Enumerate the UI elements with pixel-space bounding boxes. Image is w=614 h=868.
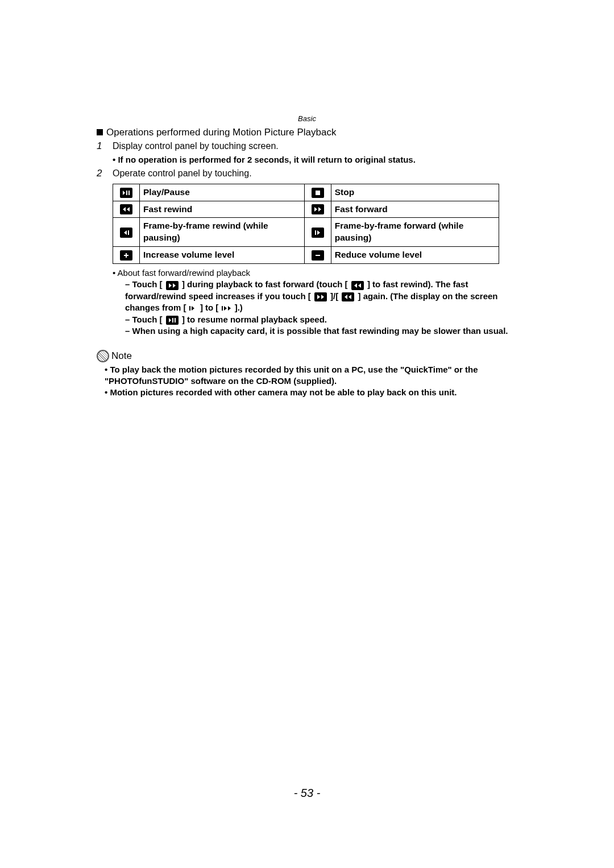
note-section: Note • To play back the motion pictures …	[97, 350, 517, 399]
stop-icon	[312, 188, 324, 198]
table-row: Frame-by-frame rewind (while pausing) Fr…	[113, 218, 499, 247]
ff-note-2: – Touch [ ] to resume normal playback sp…	[125, 314, 517, 325]
icon-cell	[304, 184, 331, 201]
title-text: Operations performed during Motion Pictu…	[106, 127, 336, 138]
icon-cell	[113, 184, 140, 201]
step-2-text: Operate control panel by touching.	[113, 167, 517, 180]
icon-cell	[304, 247, 331, 264]
step-1-num: 1	[97, 140, 113, 153]
ff-text: ] to [	[200, 303, 218, 312]
icon-cell	[304, 201, 331, 218]
control-panel-table: Play/Pause Stop Fast rewind Fast forward	[113, 184, 499, 264]
square-bullet-icon	[97, 129, 103, 135]
volume-up-icon	[120, 250, 132, 261]
note-bullet-2: • Motion pictures recorded with other ca…	[105, 387, 517, 398]
play-pause-label: Play/Pause	[140, 184, 305, 201]
svg-marker-27	[228, 306, 231, 311]
page-number: - 53 -	[0, 787, 614, 800]
frame-rewind-icon	[120, 228, 132, 238]
fast-rewind-icon	[351, 281, 364, 290]
icon-cell	[113, 201, 140, 218]
svg-rect-10	[315, 230, 316, 235]
note-header: Note	[97, 350, 517, 363]
svg-marker-26	[224, 306, 227, 311]
fast-rewind-label: Fast rewind	[140, 201, 305, 218]
ff-text: ] to resume normal playback speed.	[182, 315, 327, 324]
icon-cell	[304, 218, 331, 247]
stop-label: Stop	[331, 184, 499, 201]
svg-rect-14	[316, 255, 320, 256]
svg-rect-13	[124, 255, 128, 256]
note-icon	[97, 350, 109, 362]
svg-rect-23	[189, 306, 190, 311]
step-1: 1 Display control panel by touching scre…	[97, 140, 517, 153]
fast-forward-icon	[312, 204, 324, 214]
step-1-bullet: • If no operation is performed for 2 sec…	[113, 154, 517, 166]
icon-cell	[113, 218, 140, 247]
svg-rect-9	[128, 230, 129, 235]
svg-marker-11	[317, 230, 320, 235]
svg-marker-17	[354, 283, 357, 288]
svg-marker-20	[321, 295, 324, 299]
fast-forward-icon	[166, 281, 179, 290]
svg-marker-6	[314, 207, 317, 212]
svg-marker-8	[124, 230, 127, 235]
svg-marker-24	[192, 306, 194, 311]
svg-rect-1	[126, 191, 127, 195]
about-ff-rewind: • About fast forward/rewind playback	[113, 267, 517, 279]
step-2-num: 2	[97, 167, 113, 180]
svg-marker-16	[173, 283, 176, 288]
svg-rect-25	[222, 306, 223, 311]
speed2-icon	[221, 303, 235, 313]
play-pause-icon	[166, 316, 179, 325]
play-pause-icon	[120, 188, 132, 198]
fast-forward-icon	[314, 292, 327, 301]
ff-text: – Touch [	[125, 279, 163, 289]
section-title: Operations performed during Motion Pictu…	[97, 126, 517, 139]
header-section-label: Basic	[97, 114, 517, 124]
ff-note-1: – Touch [ ] during playback to fast forw…	[125, 279, 517, 314]
table-row: Play/Pause Stop	[113, 184, 499, 201]
svg-marker-5	[127, 207, 130, 212]
ff-text: ]/[	[330, 291, 338, 301]
ff-note-3: – When using a high capacity card, it is…	[125, 325, 517, 337]
ff-text: ] during playback to fast forward (touch…	[182, 279, 348, 289]
note-title: Note	[111, 350, 132, 363]
svg-rect-3	[316, 191, 320, 195]
svg-rect-2	[128, 191, 130, 195]
note-bullet-1: • To play back the motion pictures recor…	[105, 364, 517, 387]
frame-forward-icon	[312, 228, 324, 238]
table-row: Increase volume level Reduce volume leve…	[113, 247, 499, 264]
page-content: Basic Operations performed during Motion…	[0, 0, 614, 398]
fast-forward-label: Fast forward	[331, 201, 499, 218]
speed1-icon	[189, 303, 200, 313]
fast-rewind-icon	[120, 204, 132, 214]
ff-text: – Touch [	[125, 315, 163, 324]
svg-marker-19	[317, 295, 320, 299]
svg-rect-29	[172, 318, 173, 323]
svg-marker-15	[169, 283, 172, 288]
volume-down-label: Reduce volume level	[331, 247, 499, 264]
ff-text: ].)	[235, 303, 243, 312]
svg-marker-18	[358, 283, 361, 288]
step-1-text: Display control panel by touching screen…	[113, 140, 517, 152]
frame-rewind-label: Frame-by-frame rewind (while pausing)	[140, 218, 305, 247]
svg-marker-4	[123, 207, 126, 212]
volume-down-icon	[312, 250, 324, 261]
table-row: Fast rewind Fast forward	[113, 201, 499, 218]
frame-forward-label: Frame-by-frame forward (while pausing)	[331, 218, 499, 247]
svg-rect-30	[175, 318, 176, 323]
icon-cell	[113, 247, 140, 264]
svg-marker-22	[349, 295, 351, 299]
svg-marker-7	[318, 207, 321, 212]
svg-marker-21	[345, 295, 347, 299]
svg-marker-28	[169, 318, 171, 323]
volume-up-label: Increase volume level	[140, 247, 305, 264]
fast-rewind-icon	[342, 292, 354, 301]
svg-marker-0	[123, 191, 125, 195]
step-2: 2 Operate control panel by touching.	[97, 167, 517, 180]
